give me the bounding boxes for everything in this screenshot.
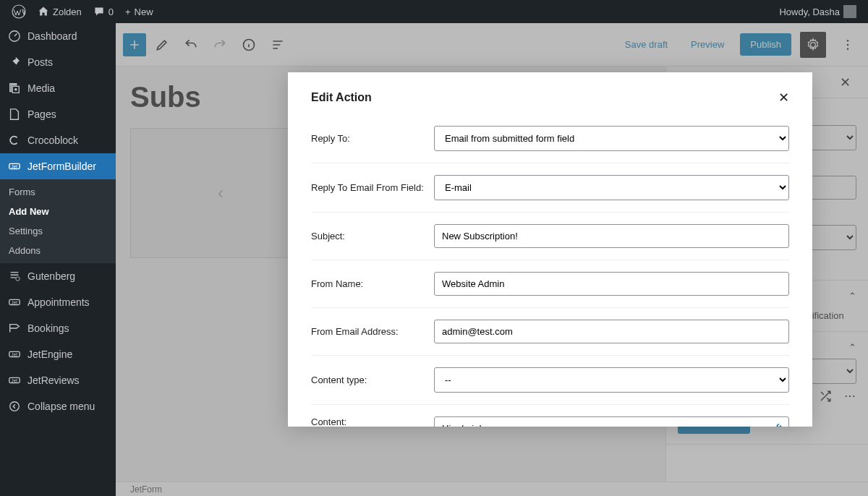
sidebar-sub-addnew[interactable]: Add New <box>0 202 116 221</box>
modal-title: Edit Action <box>311 91 372 104</box>
new-label: New <box>135 7 153 17</box>
svg-point-12 <box>10 402 20 411</box>
sidebar-submenu: Forms Add New Settings Addons <box>0 179 116 263</box>
svg-text:Jet: Jet <box>12 164 18 169</box>
wordpress-icon <box>12 4 26 19</box>
svg-text:Jet: Jet <box>12 378 18 383</box>
from-email-input[interactable] <box>434 320 789 343</box>
sidebar-item-jetengine[interactable]: JetJetEngine <box>0 341 116 367</box>
plus-icon: + <box>125 7 131 17</box>
reply-to-select[interactable]: Email from submitted form field <box>434 126 789 151</box>
content-type-label: Content type: <box>311 375 434 385</box>
crocoblock-icon <box>7 133 22 147</box>
reply-to-label: Reply To: <box>311 133 434 144</box>
pin-icon <box>7 55 22 69</box>
edit-action-modal: Edit Action ✕ Reply To: Email from submi… <box>288 72 812 427</box>
pages-icon <box>7 107 22 121</box>
modal-close-button[interactable]: ✕ <box>778 90 789 106</box>
subject-input[interactable] <box>434 224 789 248</box>
sidebar-item-crocoblock[interactable]: Crocoblock <box>0 127 116 153</box>
svg-point-2 <box>14 88 17 91</box>
sidebar-item-media[interactable]: Media <box>0 75 116 101</box>
svg-text:Jet: Jet <box>12 300 18 305</box>
content-textarea[interactable] <box>434 416 789 427</box>
comments-count: 0 <box>109 7 114 17</box>
subject-label: Subject: <box>311 231 434 241</box>
reply-to-field-label: Reply To Email From Field: <box>311 182 434 193</box>
macro-button[interactable] <box>767 421 785 427</box>
from-name-label: From Name: <box>311 278 434 289</box>
gutenberg-icon <box>7 269 22 283</box>
sidebar-item-posts[interactable]: Posts <box>0 49 116 75</box>
dashboard-icon <box>7 29 22 43</box>
sidebar-sub-addons[interactable]: Addons <box>0 241 116 260</box>
sidebar-item-appointments[interactable]: JetAppointments <box>0 289 116 315</box>
content-type-select[interactable]: -- <box>434 367 789 393</box>
sidebar-item-pages[interactable]: Pages <box>0 101 116 127</box>
sidebar-item-gutenberg[interactable]: Gutenberg <box>0 263 116 289</box>
collapse-icon <box>7 399 22 414</box>
admin-top-bar: Zolden 0 + New Howdy, Dasha <box>0 0 868 23</box>
wrench-icon <box>770 423 783 427</box>
content-label: Content: <box>311 416 434 427</box>
sidebar-item-jetformbuilder[interactable]: JetJetFormBuilder <box>0 153 116 179</box>
svg-text:Jet: Jet <box>12 352 18 357</box>
sidebar-sub-settings[interactable]: Settings <box>0 221 116 241</box>
jetformbuilder-icon: Jet <box>7 159 22 174</box>
user-menu[interactable]: Howdy, Dasha <box>773 0 862 23</box>
reply-to-field-select[interactable]: E-mail <box>434 175 789 200</box>
new-link[interactable]: + New <box>119 0 159 23</box>
jetreviews-icon: Jet <box>7 373 22 388</box>
svg-point-5 <box>16 277 20 281</box>
sidebar-item-bookings[interactable]: Bookings <box>0 315 116 341</box>
from-email-label: From Email Address: <box>311 326 434 337</box>
from-name-input[interactable] <box>434 272 789 296</box>
wp-logo[interactable] <box>6 0 32 23</box>
appointments-icon: Jet <box>7 295 22 309</box>
sidebar-item-dashboard[interactable]: Dashboard <box>0 23 116 49</box>
sidebar-sub-forms[interactable]: Forms <box>0 182 116 202</box>
comment-icon <box>93 6 105 17</box>
home-icon <box>38 6 49 17</box>
sidebar-item-collapse[interactable]: Collapse menu <box>0 393 116 419</box>
howdy-text: Howdy, Dasha <box>779 7 840 17</box>
sidebar-item-jetreviews[interactable]: JetJetReviews <box>0 367 116 393</box>
site-link[interactable]: Zolden <box>32 0 88 23</box>
admin-sidebar: Dashboard Posts Media Pages Crocoblock J… <box>0 23 116 496</box>
media-icon <box>7 81 22 95</box>
jetengine-icon: Jet <box>7 347 22 362</box>
avatar <box>843 5 856 18</box>
bookings-icon <box>7 321 22 335</box>
site-name: Zolden <box>53 7 82 17</box>
comments-link[interactable]: 0 <box>88 0 119 23</box>
